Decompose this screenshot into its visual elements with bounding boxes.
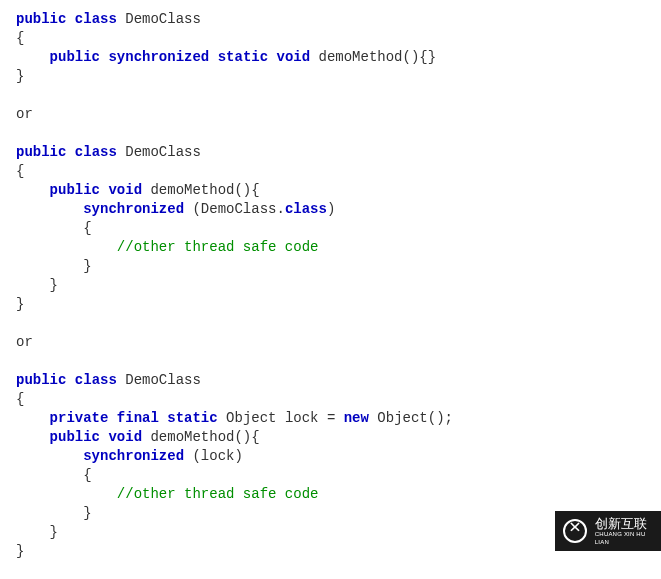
code-token: Object lock =	[218, 410, 344, 426]
code-token	[66, 144, 74, 160]
keyword-token: synchronized	[83, 201, 184, 217]
code-token	[16, 486, 117, 502]
keyword-token: class	[285, 201, 327, 217]
code-token	[16, 182, 50, 198]
comment-token: //other thread safe code	[117, 486, 319, 502]
code-token: {	[16, 30, 24, 46]
code-token: DemoClass	[117, 372, 201, 388]
keyword-token: new	[344, 410, 369, 426]
code-block: public class DemoClass { public synchron…	[0, 0, 661, 571]
code-token: }	[16, 524, 58, 540]
code-token: (DemoClass.	[184, 201, 285, 217]
brand-logo-icon	[561, 517, 589, 545]
code-token: or	[16, 334, 33, 350]
code-token: demoMethod(){	[142, 429, 260, 445]
code-token: {	[16, 467, 92, 483]
code-token	[16, 429, 50, 445]
keyword-token: public	[16, 144, 66, 160]
brand-logo-en: CHUANG XIN HU LIAN	[595, 530, 661, 546]
code-token: }	[16, 296, 24, 312]
keyword-token: void	[277, 49, 311, 65]
keyword-token: class	[75, 372, 117, 388]
code-token: }	[16, 258, 92, 274]
code-token: demoMethod(){}	[310, 49, 436, 65]
code-token: }	[16, 277, 58, 293]
keyword-token: static	[218, 49, 268, 65]
code-token	[108, 410, 116, 426]
code-token: Object();	[369, 410, 453, 426]
code-token: {	[16, 163, 24, 179]
code-token	[16, 49, 50, 65]
code-token	[16, 448, 83, 464]
keyword-token: static	[167, 410, 217, 426]
keyword-token: void	[108, 182, 142, 198]
code-token	[159, 410, 167, 426]
code-token	[268, 49, 276, 65]
keyword-token: public	[16, 11, 66, 27]
keyword-token: synchronized	[83, 448, 184, 464]
code-token: {	[16, 220, 92, 236]
keyword-token: final	[117, 410, 159, 426]
code-token: DemoClass	[117, 144, 201, 160]
code-token	[66, 372, 74, 388]
brand-logo: 创新互联 CHUANG XIN HU LIAN	[555, 511, 661, 551]
keyword-token: class	[75, 11, 117, 27]
keyword-token: private	[50, 410, 109, 426]
keyword-token: class	[75, 144, 117, 160]
keyword-token: synchronized	[108, 49, 209, 65]
keyword-token: public	[50, 429, 100, 445]
code-token	[16, 410, 50, 426]
keyword-token: public	[16, 372, 66, 388]
code-token: {	[16, 391, 24, 407]
code-token: }	[16, 543, 24, 559]
code-token: (lock)	[184, 448, 243, 464]
code-token	[16, 239, 117, 255]
code-token	[66, 11, 74, 27]
keyword-token: public	[50, 182, 100, 198]
code-token: }	[16, 505, 92, 521]
code-token	[16, 201, 83, 217]
keyword-token: void	[108, 429, 142, 445]
code-token: )	[327, 201, 335, 217]
code-token: }	[16, 68, 24, 84]
code-token: DemoClass	[117, 11, 201, 27]
code-token: or	[16, 106, 33, 122]
comment-token: //other thread safe code	[117, 239, 319, 255]
code-token	[209, 49, 217, 65]
brand-logo-cn: 创新互联	[595, 517, 661, 530]
code-token: demoMethod(){	[142, 182, 260, 198]
keyword-token: public	[50, 49, 100, 65]
